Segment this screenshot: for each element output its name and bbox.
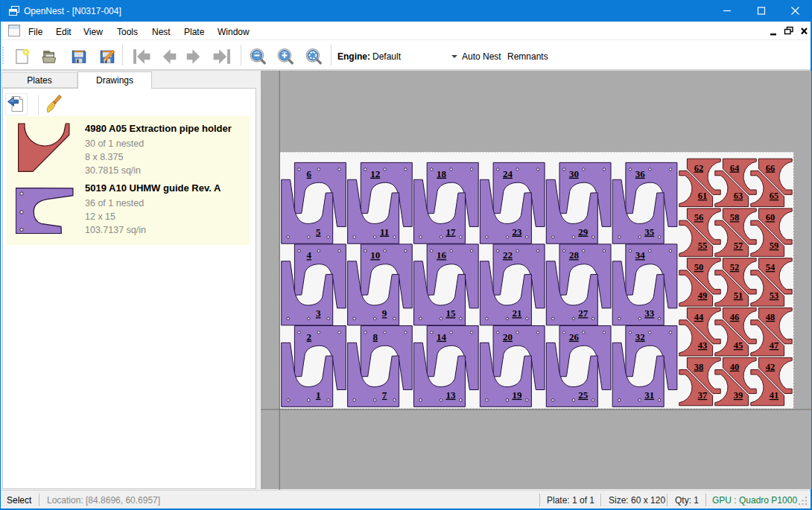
svg-text:11: 11 [380, 226, 389, 238]
svg-text:15: 15 [446, 307, 457, 319]
svg-text:2: 2 [307, 331, 312, 342]
svg-text:30: 30 [569, 168, 579, 179]
svg-text:1: 1 [316, 389, 321, 401]
svg-text:46: 46 [730, 312, 740, 322]
svg-text:64: 64 [730, 163, 740, 173]
svg-text:66: 66 [766, 163, 775, 173]
svg-text:37: 37 [698, 390, 708, 401]
svg-text:26: 26 [569, 331, 580, 342]
svg-text:10: 10 [370, 249, 380, 261]
svg-text:61: 61 [698, 191, 708, 201]
svg-text:56: 56 [694, 212, 704, 223]
svg-text:3: 3 [316, 307, 321, 319]
svg-text:6: 6 [307, 168, 312, 179]
svg-text:25: 25 [578, 389, 589, 401]
svg-text:16: 16 [437, 249, 447, 261]
svg-text:18: 18 [437, 168, 447, 179]
svg-text:22: 22 [503, 249, 513, 261]
svg-text:27: 27 [578, 307, 589, 319]
svg-text:42: 42 [766, 362, 775, 372]
svg-text:65: 65 [770, 191, 779, 201]
svg-text:5: 5 [316, 226, 321, 238]
svg-text:17: 17 [446, 226, 457, 238]
svg-text:39: 39 [734, 390, 743, 401]
svg-text:19: 19 [512, 389, 522, 401]
svg-text:20: 20 [503, 331, 513, 342]
svg-text:40: 40 [730, 362, 740, 372]
svg-text:59: 59 [770, 240, 779, 251]
svg-text:57: 57 [734, 240, 743, 251]
svg-text:21: 21 [512, 307, 521, 319]
svg-text:9: 9 [382, 307, 387, 319]
svg-text:52: 52 [730, 262, 740, 272]
svg-text:14: 14 [437, 331, 447, 342]
svg-text:47: 47 [770, 340, 779, 351]
svg-text:34: 34 [635, 249, 646, 261]
svg-text:7: 7 [382, 389, 387, 401]
svg-text:29: 29 [578, 226, 589, 238]
svg-text:48: 48 [766, 312, 775, 322]
svg-text:32: 32 [635, 331, 645, 342]
svg-text:28: 28 [569, 249, 580, 261]
svg-text:12: 12 [370, 168, 380, 179]
svg-text:62: 62 [694, 163, 704, 173]
svg-text:41: 41 [770, 390, 779, 401]
svg-text:45: 45 [734, 340, 743, 351]
svg-text:38: 38 [694, 362, 704, 372]
svg-text:54: 54 [766, 262, 775, 272]
svg-text:44: 44 [694, 312, 704, 322]
svg-text:8: 8 [372, 331, 378, 342]
svg-text:58: 58 [730, 212, 740, 223]
svg-text:36: 36 [635, 168, 646, 179]
svg-text:24: 24 [503, 168, 513, 179]
svg-text:60: 60 [766, 212, 775, 223]
svg-text:33: 33 [644, 307, 655, 319]
svg-text:51: 51 [734, 290, 743, 301]
svg-text:23: 23 [512, 226, 522, 238]
svg-text:49: 49 [698, 290, 708, 301]
svg-text:35: 35 [644, 226, 655, 238]
svg-text:53: 53 [770, 290, 779, 301]
svg-text:50: 50 [694, 262, 704, 272]
svg-text:55: 55 [698, 240, 708, 251]
svg-text:4: 4 [307, 249, 312, 261]
svg-text:63: 63 [734, 191, 743, 201]
svg-text:13: 13 [446, 389, 457, 401]
svg-text:31: 31 [644, 389, 654, 401]
svg-text:43: 43 [698, 340, 708, 351]
